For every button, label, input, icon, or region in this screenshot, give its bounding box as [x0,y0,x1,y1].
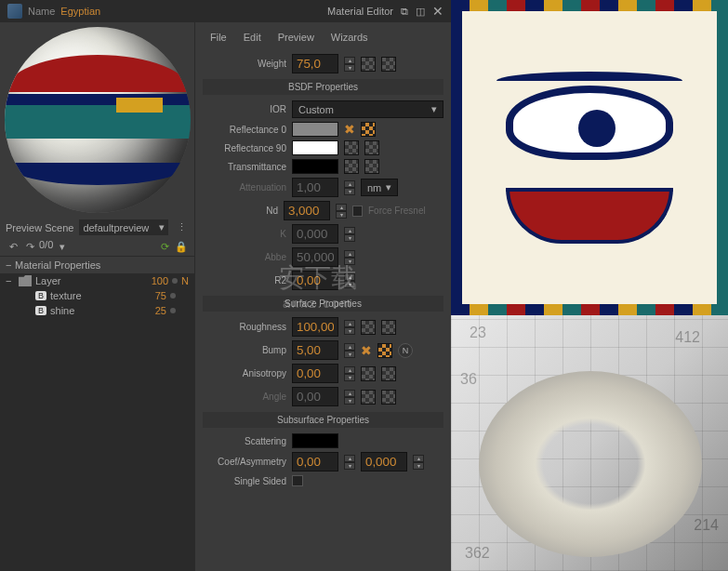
weight-texture-slot[interactable] [361,57,376,72]
anisotropy-label: Anisotropy [203,368,286,378]
reflectance90-swatch[interactable] [292,140,338,155]
bsdf-header: BSDF Properties [203,79,443,95]
transmittance-label: Transmittance [203,162,286,172]
anisotropy-input[interactable] [292,364,338,383]
tree-row-shine[interactable]: B shine 25 [0,303,194,318]
asym-input[interactable] [361,452,407,471]
roughness-texture[interactable] [361,320,376,335]
angle-texture [361,390,376,405]
r2-label: R2 [203,275,286,286]
close-icon[interactable]: ✕ [432,4,443,19]
texture-preview-eye [451,0,728,315]
ior-dropdown[interactable]: Custom▾ [292,100,443,118]
maximize-icon[interactable]: ◫ [416,6,425,18]
r2-input[interactable] [292,271,338,290]
name-label: Name [28,6,55,17]
menubar: File Edit Preview Wizards [203,28,443,46]
bump-texture[interactable] [377,343,392,358]
material-name[interactable]: Egyptian [60,6,100,17]
titlebar: Name Egyptian Material Editor ⧉ ◫ ✕ [0,0,451,22]
redo-icon[interactable]: ↷ [22,239,37,254]
attenuation-input [292,178,338,197]
spinner-up[interactable]: ▴ [344,57,355,64]
scattering-swatch[interactable] [292,433,338,448]
surface-header: Surface Properties [203,296,443,312]
roughness-input[interactable] [292,317,338,337]
history-counter: 0/0 [39,239,53,254]
abbe-label: Abbe [203,252,286,262]
bump-clear-icon[interactable]: ✖ [361,343,372,358]
nd-label: Nd [203,206,278,216]
abbe-input [292,247,338,267]
preview-scene-label: Preview Scene [6,222,73,233]
weight-texture-slot2[interactable] [381,57,396,72]
reflectance0-texture[interactable] [361,122,376,137]
attenuation-unit: nm▾ [361,179,398,196]
tree-row-texture[interactable]: B texture 75 [0,288,194,303]
angle-label: Angle [203,392,286,402]
menu-preview[interactable]: Preview [278,32,314,43]
tree-row-layer[interactable]: − Layer 100 N [0,273,194,288]
menu-file[interactable]: File [210,32,227,43]
tree-header-label: Material Properties [15,259,100,271]
coef-input[interactable] [292,452,338,471]
bump-normal-icon[interactable]: N [398,343,413,358]
menu-edit[interactable]: Edit [244,32,261,43]
ior-label: IOR [203,104,286,114]
undo-icon[interactable]: ↶ [6,239,20,254]
k-label: K [203,229,286,239]
refresh-icon[interactable]: ⟳ [157,239,172,254]
tree-toggle-icon[interactable]: − [6,275,15,286]
scene-options-icon[interactable]: ⋮ [174,220,189,235]
folder-icon [19,275,32,286]
material-preview [5,27,191,213]
force-fresnel-label: Force Fresnel [368,206,443,216]
render-preview-torus: 23 412 36 214 362 [451,315,728,571]
bump-input[interactable] [292,340,338,360]
menu-wizards[interactable]: Wizards [331,32,368,43]
reflectance0-label: Reflectance 0 [203,125,286,135]
chevron-down-icon: ▾ [159,221,165,233]
nd-input[interactable] [284,201,330,220]
dock-icon[interactable]: ⧉ [401,6,408,18]
reflectance90-texture2[interactable] [364,140,379,155]
anisotropy-texture2[interactable] [381,366,396,381]
force-fresnel-checkbox[interactable] [352,206,363,217]
roughness-label: Roughness [203,322,286,332]
window-title: Material Editor [327,6,393,17]
history-dropdown-icon[interactable]: ▾ [55,239,70,254]
coef-asym-label: Coef/Asymmetry [203,457,286,467]
clear-icon[interactable]: ✖ [344,122,355,137]
transmittance-swatch[interactable] [292,159,338,174]
roughness-texture2[interactable] [381,320,396,335]
lock-icon[interactable]: 🔒 [174,239,189,254]
transmittance-texture[interactable] [344,159,359,174]
preview-scene-dropdown[interactable]: defaultpreview▾ [79,219,168,235]
tree-collapse-icon[interactable]: − [6,259,15,271]
subsurface-header: Subsurface Properties [203,412,443,428]
scattering-label: Scattering [203,436,286,446]
reflectance0-swatch[interactable] [292,122,338,137]
angle-input [292,387,338,406]
material-tree: − Material Properties − Layer 100 N B te… [0,257,194,571]
spinner-down[interactable]: ▾ [344,64,355,72]
single-sided-label: Single Sided [203,476,286,486]
weight-input[interactable] [292,54,338,73]
k-input [292,224,338,244]
chevron-down-icon: ▾ [431,103,437,115]
bump-label: Bump [203,345,286,355]
anisotropy-texture[interactable] [361,366,376,381]
attenuation-label: Attenuation [203,182,286,193]
app-icon [7,4,22,19]
weight-label: Weight [203,59,286,69]
reflectance90-label: Reflectance 90 [203,143,286,153]
reflectance90-texture[interactable] [344,140,359,155]
angle-texture2 [381,390,396,405]
single-sided-checkbox[interactable] [292,475,303,486]
transmittance-texture2[interactable] [364,159,379,174]
